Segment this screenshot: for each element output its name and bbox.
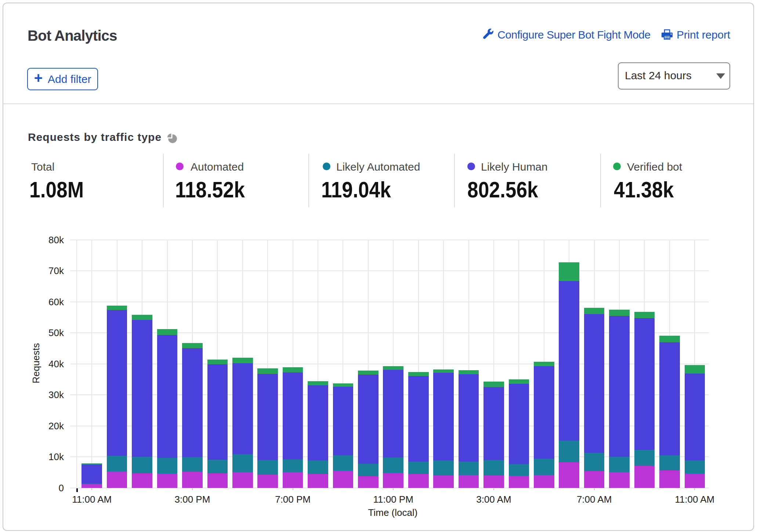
svg-text:10k: 10k bbox=[48, 451, 64, 462]
svg-text:11:00 AM: 11:00 AM bbox=[675, 494, 714, 505]
svg-text:11:00 AM: 11:00 AM bbox=[72, 494, 112, 505]
svg-text:40k: 40k bbox=[48, 358, 64, 369]
svg-text:11:00 PM: 11:00 PM bbox=[373, 494, 413, 505]
svg-text:70k: 70k bbox=[48, 265, 64, 276]
svg-text:3:00 AM: 3:00 AM bbox=[476, 494, 511, 505]
svg-text:30k: 30k bbox=[48, 389, 64, 400]
svg-text:Requests: Requests bbox=[30, 343, 41, 383]
svg-text:Time (local): Time (local) bbox=[368, 507, 418, 518]
svg-text:80k: 80k bbox=[48, 234, 64, 245]
svg-text:7:00 AM: 7:00 AM bbox=[577, 494, 612, 505]
svg-text:7:00 PM: 7:00 PM bbox=[275, 494, 311, 505]
svg-text:3:00 PM: 3:00 PM bbox=[174, 494, 210, 505]
svg-text:50k: 50k bbox=[48, 327, 64, 338]
svg-text:60k: 60k bbox=[48, 296, 64, 307]
svg-text:0: 0 bbox=[59, 482, 64, 493]
svg-text:20k: 20k bbox=[48, 420, 64, 431]
